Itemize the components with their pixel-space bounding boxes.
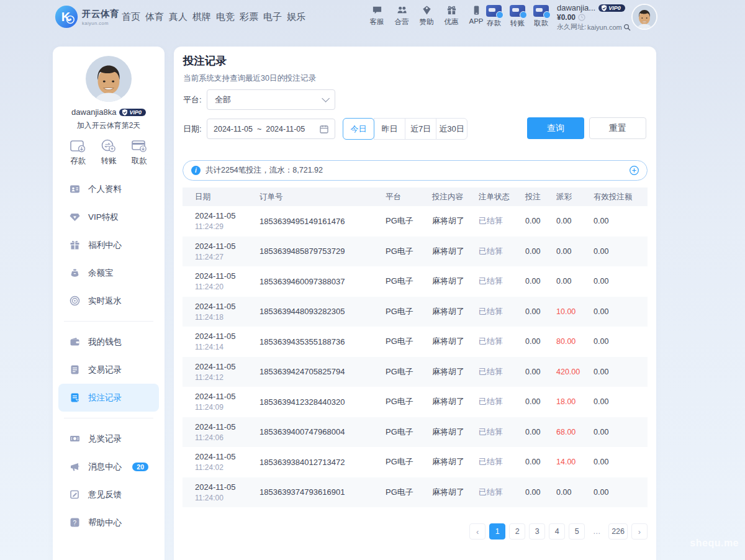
cell-valid: 0.00 [594, 277, 648, 286]
app-button[interactable]: APP [467, 5, 485, 27]
vip-icon [70, 212, 80, 222]
cell-status: 已结算 [479, 336, 525, 347]
refresh-icon[interactable] [578, 14, 585, 21]
service-button[interactable]: 客服 [368, 5, 386, 27]
cell-payout: 14.00 [556, 458, 594, 466]
deposit-icon [70, 139, 86, 153]
transfer-icon [101, 139, 116, 153]
page-button-226[interactable]: 226 [608, 523, 628, 540]
yuebao-icon [70, 268, 80, 278]
nav-sports[interactable]: 体育 [145, 11, 164, 23]
sidebar-deposit-button[interactable]: 存款 [70, 139, 86, 166]
cell-status: 已结算 [479, 276, 525, 287]
user-avatar[interactable] [633, 5, 656, 29]
cell-date: 2024-11-0511:24:27 [195, 242, 260, 261]
withdraw-icon [132, 139, 147, 153]
cell-payout: 10.00 [556, 307, 594, 316]
summary-bar: i 共计2254笔投注，流水：8,721.92 [183, 160, 648, 181]
chat-icon [372, 5, 382, 16]
page-button-3[interactable]: 3 [529, 523, 545, 540]
expand-icon[interactable] [630, 166, 639, 175]
page-button-2[interactable]: 2 [509, 523, 525, 540]
page-title: 投注记录 [183, 53, 646, 68]
withdraw-button[interactable]: 取款 [532, 5, 550, 28]
nav-slots[interactable]: 电子 [263, 11, 282, 23]
user-name[interactable]: dawanjia... [557, 3, 595, 12]
search-icon[interactable] [623, 24, 631, 31]
sidebar-avatar[interactable] [86, 56, 132, 102]
menu-welfare[interactable]: 福利中心 [53, 231, 165, 259]
menu-feedback[interactable]: 意见反馈 [53, 481, 165, 508]
cell-platform: PG电子 [386, 366, 432, 377]
menu-betting-records[interactable]: 投注记录 [58, 384, 159, 412]
menu-profile[interactable]: 个人资料 [53, 175, 165, 203]
menu-vip[interactable]: VIP特权 [53, 203, 165, 231]
nav-chess[interactable]: 棋牌 [192, 11, 211, 23]
menu-help[interactable]: ? 帮助中心 [53, 508, 165, 536]
menu-wallet[interactable]: 我的钱包 [53, 328, 165, 356]
nav-casino[interactable]: 娱乐 [287, 11, 305, 23]
search-button[interactable]: 查询 [527, 117, 584, 139]
reset-button[interactable]: 重置 [589, 117, 646, 139]
platform-label: 平台: [183, 94, 207, 106]
cell-order: 1853639460097388037 [260, 277, 386, 286]
cell-bet: 0.00 [525, 397, 556, 406]
transfer-button[interactable]: 转账 [508, 5, 526, 28]
platform-select[interactable]: 全部 [207, 89, 335, 110]
sidebar-withdraw-button[interactable]: 取款 [132, 139, 147, 166]
cell-valid: 0.00 [594, 397, 648, 406]
cell-content: 麻将胡了 [432, 366, 479, 377]
user-info: dawanjia... VIP0 ¥0.00 永久网址: kaiyun.com [557, 3, 631, 32]
cell-date: 2024-11-0511:24:09 [195, 392, 260, 412]
sponsor-button[interactable]: 赞助 [417, 5, 436, 27]
cell-platform: PG电子 [386, 396, 432, 407]
cell-order: 1853639435355188736 [260, 337, 386, 346]
cell-platform: PG电子 [386, 456, 432, 467]
cell-valid: 0.00 [594, 337, 648, 346]
partner-button[interactable]: 合营 [392, 5, 411, 27]
table-row: 2024-11-0511:24:201853639460097388037PG电… [183, 266, 648, 297]
sidebar-vip-badge: VIP0 [119, 109, 146, 116]
cell-content: 麻将胡了 [432, 306, 479, 317]
cell-status: 已结算 [479, 427, 525, 438]
menu-transactions[interactable]: 交易记录 [53, 356, 165, 384]
rebate-icon [70, 296, 80, 306]
yesterday-button[interactable]: 昨日 [374, 118, 405, 140]
brand-logo[interactable]: K 开云体育 kaiyun.com [55, 5, 119, 29]
promo-button[interactable]: 优惠 [442, 5, 461, 27]
today-button[interactable]: 今日 [343, 118, 374, 140]
cell-bet: 0.00 [525, 368, 556, 376]
permanent-url: kaiyun.com [587, 24, 622, 31]
cell-bet: 0.00 [525, 217, 556, 225]
sidebar: dawanjia8ka VIP0 加入开云体育第2天 存款 转账 取款 个人资料… [53, 47, 165, 560]
last7days-button[interactable]: 近7日 [405, 118, 436, 140]
page-button-4[interactable]: 4 [549, 523, 565, 540]
page-button-5[interactable]: 5 [569, 523, 585, 540]
nav-lottery[interactable]: 彩票 [240, 11, 258, 23]
page-button-1[interactable]: 1 [489, 523, 505, 540]
sidebar-transfer-button[interactable]: 转账 [101, 139, 116, 166]
cell-status: 已结算 [479, 215, 525, 227]
cell-date: 2024-11-0511:24:00 [195, 482, 260, 502]
menu-rebate[interactable]: 实时返水 [53, 287, 165, 315]
last30days-button[interactable]: 近30日 [436, 118, 467, 140]
cell-valid: 0.00 [594, 368, 648, 376]
prev-page-button[interactable]: ‹ [469, 523, 485, 540]
quick-date-buttons: 今日 昨日 近7日 近30日 [343, 118, 467, 140]
nav-home[interactable]: 首页 [122, 11, 140, 23]
cell-status: 已结算 [479, 306, 525, 317]
next-page-button[interactable]: › [631, 523, 648, 540]
quick-actions: 客服 合营 赞助 优惠 APP [368, 5, 485, 27]
date-range-input[interactable]: 2024-11-05 ~ 2024-11-05 [207, 119, 335, 139]
table-row: 2024-11-0511:24:001853639374793616901PG电… [183, 477, 648, 508]
nav-esports[interactable]: 电竞 [216, 11, 235, 23]
nav-live[interactable]: 真人 [169, 11, 187, 23]
deposit-button[interactable]: 存款 [485, 5, 503, 28]
main-nav: 首页 体育 真人 棋牌 电竞 彩票 电子 娱乐 [122, 11, 305, 23]
cell-payout: 18.00 [556, 397, 594, 406]
cell-order: 1853639374793616901 [260, 487, 386, 497]
menu-yuebao[interactable]: 余额宝 [53, 259, 165, 287]
menu-redeem-records[interactable]: 兑奖记录 [53, 425, 165, 453]
menu-messages[interactable]: 消息中心 20 [53, 453, 165, 481]
cell-content: 麻将胡了 [432, 396, 479, 407]
